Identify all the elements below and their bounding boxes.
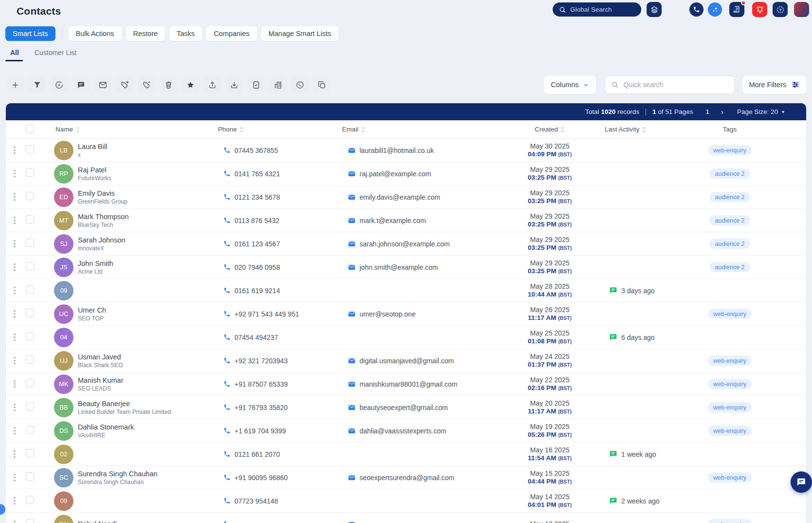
current-page-number[interactable]: 1 xyxy=(705,108,709,115)
row-menu-kebab-icon[interactable] xyxy=(12,472,18,484)
tab-companies[interactable]: Companies xyxy=(206,26,256,41)
table-row[interactable]: RP Raj Patel FutureWorks 0141 765 4321 r… xyxy=(6,162,806,186)
table-row[interactable]: 09 07723 954148 May 14 2025 04:01 PM (BS… xyxy=(6,489,806,513)
table-row[interactable]: MT Mark Thompson BlueSky Tech 0113 876 5… xyxy=(6,209,806,232)
export-button[interactable] xyxy=(203,76,221,93)
row-checkbox[interactable] xyxy=(26,379,34,387)
row-menu-kebab-icon[interactable] xyxy=(12,262,18,273)
row-checkbox[interactable] xyxy=(26,519,34,523)
row-menu-kebab-icon[interactable] xyxy=(12,519,18,523)
filter-button[interactable] xyxy=(28,76,46,93)
row-checkbox[interactable] xyxy=(26,449,34,457)
table-row[interactable]: 04 07454 494237 May 25 2025 01:08 PM (BS… xyxy=(6,326,806,349)
row-menu-kebab-icon[interactable] xyxy=(12,448,18,460)
table-row[interactable]: ED Emily Davis GreenFields Group 0121 23… xyxy=(6,186,806,209)
phone-icon-button[interactable] xyxy=(689,2,704,17)
column-header-created[interactable]: Created xyxy=(506,126,594,133)
row-menu-kebab-icon[interactable] xyxy=(12,425,18,437)
column-header-phone[interactable]: Phone xyxy=(214,126,336,133)
add-contact-button[interactable] xyxy=(6,76,24,93)
row-checkbox[interactable] xyxy=(26,332,34,340)
billing-icon-button[interactable] xyxy=(729,2,744,17)
row-checkbox[interactable] xyxy=(26,402,34,411)
tab-bulk-actions[interactable]: Bulk Actions xyxy=(69,26,122,41)
phone-value: +92 321 7203943 xyxy=(235,357,288,365)
tab-tasks[interactable]: Tasks xyxy=(169,26,202,41)
row-menu-kebab-icon[interactable] xyxy=(12,215,18,226)
row-checkbox[interactable] xyxy=(26,496,34,504)
import-button[interactable] xyxy=(225,76,243,93)
row-checkbox[interactable] xyxy=(26,262,34,270)
table-row[interactable]: LB Laura Bill x 07445 367855 laurabill1@… xyxy=(6,139,806,162)
table-row[interactable]: JS John Smith Acme Ltd 020 7946 0958 joh… xyxy=(6,256,806,279)
send-sms-button[interactable] xyxy=(72,76,90,93)
automation-button[interactable] xyxy=(50,76,68,93)
company-button[interactable] xyxy=(269,76,287,93)
table-row[interactable]: SC Surendra Singh Chauhan Surendra Singh… xyxy=(6,466,806,489)
global-search[interactable]: Global Search xyxy=(553,2,641,17)
row-checkbox[interactable] xyxy=(26,285,34,294)
quick-search-input[interactable] xyxy=(623,81,728,89)
row-checkbox[interactable] xyxy=(26,355,34,364)
row-checkbox[interactable] xyxy=(26,145,34,153)
table-row[interactable]: UC Umer Ch SEO TOP +92 971 543 449 951 u… xyxy=(6,302,806,326)
merge-button[interactable] xyxy=(313,76,330,93)
row-menu-kebab-icon[interactable] xyxy=(12,168,18,180)
notifications-bell-icon-button[interactable] xyxy=(752,2,767,17)
table-row[interactable]: MK Manish Kumar SEO LEADS +91 87507 6533… xyxy=(6,373,806,396)
user-avatar[interactable] xyxy=(794,2,809,17)
table-row[interactable]: DS Dahlia Stonemark VAs4HIRE +1 619 704 … xyxy=(6,419,806,443)
row-checkbox[interactable] xyxy=(26,309,34,317)
tab-restore[interactable]: Restore xyxy=(126,26,165,41)
row-checkbox[interactable] xyxy=(26,192,34,200)
contact-name: Raj Patel xyxy=(78,166,111,174)
row-menu-kebab-icon[interactable] xyxy=(12,495,18,507)
row-menu-kebab-icon[interactable] xyxy=(12,308,18,320)
send-email-button[interactable] xyxy=(94,76,111,93)
table-row[interactable]: 02 0121 661 2070 May 16 2025 11:54 AM (B… xyxy=(6,443,806,466)
ai-assistant-icon-button[interactable] xyxy=(708,2,722,17)
bulk-task-button[interactable] xyxy=(247,76,265,93)
chat-fab-button[interactable] xyxy=(791,471,812,493)
row-menu-kebab-icon[interactable] xyxy=(12,332,18,343)
table-row[interactable]: UJ Usman Javed Black Shark SEO +92 321 7… xyxy=(6,349,806,373)
more-filters-button[interactable]: More Filters xyxy=(742,76,806,94)
layers-icon-button[interactable] xyxy=(647,2,662,17)
table-row[interactable]: SJ Sarah Johnson InnovateX 0161 123 4567… xyxy=(6,232,806,256)
column-header-email[interactable]: Email xyxy=(336,126,506,133)
row-checkbox[interactable] xyxy=(26,426,34,434)
delete-button[interactable] xyxy=(160,76,177,93)
columns-button[interactable]: Columns xyxy=(544,76,596,94)
row-checkbox[interactable] xyxy=(26,168,34,177)
row-menu-kebab-icon[interactable] xyxy=(12,145,18,156)
page-size-caret-icon[interactable]: ▾ xyxy=(782,109,784,114)
row-menu-kebab-icon[interactable] xyxy=(12,238,18,250)
table-row[interactable]: 09 0161 619 9214 May 28 2025 10:44 AM (B… xyxy=(6,279,806,302)
email-icon xyxy=(348,263,356,271)
table-row[interactable]: BB Beauty Banerjee Linked Builder Team P… xyxy=(6,396,806,419)
table-row[interactable]: RN Rahul Nandi May 13 2025 web-enquiry xyxy=(6,513,806,523)
remove-tag-button[interactable] xyxy=(138,76,155,93)
whatsapp-button[interactable] xyxy=(291,76,308,93)
page-size-selector[interactable]: Page Size: 20 xyxy=(737,108,778,115)
help-icon-button[interactable]: ? xyxy=(773,2,788,17)
row-menu-kebab-icon[interactable] xyxy=(12,191,18,203)
row-menu-kebab-icon[interactable] xyxy=(12,355,18,367)
subtab-customer-list[interactable]: Customer List xyxy=(35,49,76,61)
row-checkbox[interactable] xyxy=(26,215,34,224)
next-page-chevron-icon[interactable]: › xyxy=(721,108,723,115)
favorite-button[interactable] xyxy=(181,76,199,93)
edge-notification-dot[interactable] xyxy=(0,504,5,515)
row-menu-kebab-icon[interactable] xyxy=(12,285,18,297)
row-checkbox[interactable] xyxy=(26,472,34,481)
column-header-last-activity[interactable]: Last Activity xyxy=(594,126,676,133)
tab-manage-smart-lists[interactable]: Manage Smart Lists xyxy=(261,26,339,41)
row-checkbox[interactable] xyxy=(26,239,34,247)
select-all-checkbox[interactable] xyxy=(26,125,34,133)
tab-smart-lists[interactable]: Smart Lists xyxy=(5,26,55,41)
add-tag-button[interactable] xyxy=(116,76,133,93)
column-header-name[interactable]: Name xyxy=(43,126,214,133)
delete-icon xyxy=(164,80,173,90)
row-menu-kebab-icon[interactable] xyxy=(12,378,18,390)
row-menu-kebab-icon[interactable] xyxy=(12,402,18,413)
